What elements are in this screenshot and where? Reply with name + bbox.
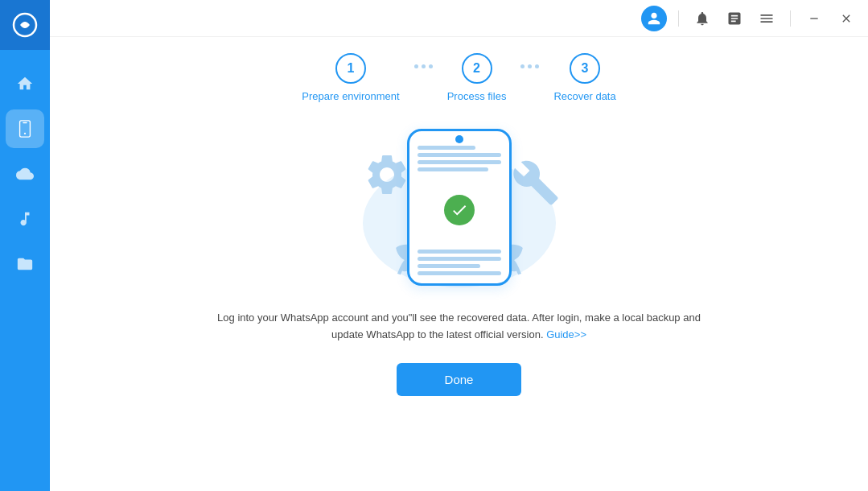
phone-lines-bottom <box>418 250 501 275</box>
phone-line <box>418 257 501 261</box>
bell-icon <box>694 10 710 27</box>
step-dots-2 <box>520 64 539 68</box>
wrench-icon <box>512 159 560 210</box>
dot <box>429 64 433 68</box>
sidebar-item-cloud[interactable] <box>6 155 44 193</box>
sidebar-nav <box>0 64 50 283</box>
hamburger-icon <box>759 10 775 27</box>
sidebar-item-music[interactable] <box>6 200 44 238</box>
step-1: 1 Prepare environment <box>302 53 399 102</box>
phone-lines-top <box>418 146 501 171</box>
home-icon <box>16 75 34 93</box>
minimize-button[interactable] <box>802 6 826 31</box>
titlebar-divider <box>678 10 679 27</box>
content-area: 1 Prepare environment 2 Process files <box>50 37 868 491</box>
cloud-icon <box>16 165 34 183</box>
done-button[interactable]: Done <box>397 363 522 396</box>
sidebar-item-folder[interactable] <box>6 245 44 283</box>
step-2: 2 Process files <box>447 53 507 102</box>
phone-line <box>418 250 501 254</box>
check-area <box>418 171 501 250</box>
checkmark-icon <box>450 201 468 219</box>
phone-line <box>418 153 501 157</box>
music-icon <box>16 210 34 228</box>
folder-icon <box>16 255 34 273</box>
logo-icon <box>12 12 38 38</box>
phone-device-icon <box>16 120 34 138</box>
user-avatar[interactable] <box>641 6 667 31</box>
phone-line <box>418 160 501 164</box>
menu-button[interactable] <box>755 6 779 31</box>
sidebar-item-home[interactable] <box>6 64 44 103</box>
guide-link[interactable]: Guide>> <box>546 328 586 340</box>
info-text: Log into your WhatsApp account and you"l… <box>217 312 701 340</box>
sidebar <box>0 0 50 491</box>
step-3: 3 Recover data <box>553 53 615 102</box>
step-3-circle: 3 <box>570 53 600 84</box>
close-button[interactable] <box>834 6 858 31</box>
steps-progress: 1 Prepare environment 2 Process files <box>82 53 836 102</box>
sidebar-item-phone[interactable] <box>6 109 44 148</box>
step-2-circle: 2 <box>462 53 492 84</box>
phone-line <box>418 264 480 268</box>
step-1-label: Prepare environment <box>302 90 399 102</box>
illustration <box>347 118 572 295</box>
dot <box>520 64 525 68</box>
app-logo[interactable] <box>0 0 50 50</box>
step-1-circle: 1 <box>335 53 366 84</box>
bell-button[interactable] <box>690 6 714 31</box>
step-3-label: Recover data <box>553 90 615 102</box>
minimize-icon <box>808 12 821 25</box>
notes-icon <box>726 10 743 27</box>
titlebar-icons <box>641 6 858 31</box>
main-content: 1 Prepare environment 2 Process files <box>50 0 868 491</box>
step-2-label: Process files <box>447 90 507 102</box>
titlebar-divider-2 <box>790 10 791 27</box>
phone-illustration <box>407 129 512 286</box>
phone-line <box>418 271 501 275</box>
dot <box>422 64 426 68</box>
dot <box>414 64 418 68</box>
svg-point-2 <box>24 133 26 134</box>
dot <box>528 64 532 68</box>
success-check <box>444 195 475 225</box>
notes-button[interactable] <box>722 6 747 31</box>
info-text-container: Log into your WhatsApp account and you"l… <box>210 310 709 344</box>
titlebar <box>50 0 868 37</box>
avatar-icon <box>647 11 661 26</box>
close-icon <box>840 12 853 25</box>
step-dots-1 <box>414 64 433 68</box>
phone-line <box>418 146 476 150</box>
dot <box>535 64 539 68</box>
phone-notch <box>455 135 463 143</box>
svg-rect-3 <box>23 122 27 123</box>
gear-icon <box>363 151 411 202</box>
